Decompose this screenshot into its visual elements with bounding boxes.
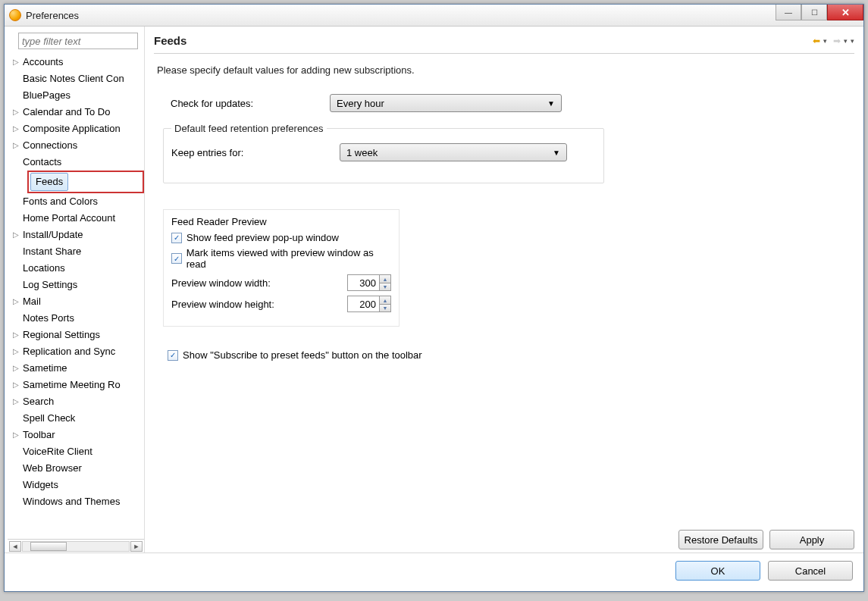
chevron-down-icon: ▼ (553, 149, 560, 157)
height-step-down[interactable]: ▼ (380, 304, 390, 311)
tree-item[interactable]: Contacts (11, 154, 144, 171)
preview-legend: Feed Reader Preview (171, 216, 391, 227)
nav-back-icon[interactable]: ⬅ (813, 36, 820, 46)
preview-width-label: Preview window width: (171, 277, 347, 289)
tree-item[interactable]: Fonts and Colors (11, 193, 144, 210)
tree-item[interactable]: Notes Ports (11, 310, 144, 327)
tree-item[interactable]: Instant Share (11, 243, 144, 260)
maximize-button[interactable]: ☐ (801, 5, 827, 20)
tree-item[interactable]: ▷Install/Update (11, 227, 144, 243)
preferences-window: Preferences — ☐ ✕ ▷AccountsBasic Notes C… (4, 4, 864, 592)
tree-item[interactable]: Feeds (30, 173, 68, 191)
cancel-button[interactable]: Cancel (768, 561, 853, 581)
expand-arrow-icon[interactable]: ▷ (11, 393, 21, 410)
tree-item-label: Search (21, 393, 54, 410)
scroll-right-button[interactable]: ► (130, 541, 143, 552)
mark-read-checkbox[interactable]: ✓ (171, 253, 182, 264)
preferences-tree[interactable]: ▷AccountsBasic Notes Client ConBluePages… (8, 54, 144, 536)
tree-item[interactable]: Windows and Themes (11, 493, 144, 510)
tree-item-label: Contacts (21, 154, 61, 171)
scroll-track[interactable] (22, 541, 130, 552)
tree-item[interactable]: ▷Connections (11, 137, 144, 154)
tree-item-label: Composite Application (21, 121, 121, 137)
tree-item[interactable]: Basic Notes Client Con (11, 70, 144, 87)
tree-item-label: Widgets (21, 477, 58, 493)
ok-button[interactable]: OK (675, 561, 760, 581)
expand-arrow-icon[interactable]: ▷ (11, 327, 21, 343)
tree-item-label: Fonts and Colors (21, 193, 98, 210)
preview-width-input[interactable] (347, 274, 379, 291)
nav-forward-icon[interactable]: ➡ (833, 36, 841, 46)
tree-item[interactable]: ▷Composite Application (11, 121, 144, 137)
tree-item[interactable]: Home Portal Account (11, 210, 144, 227)
show-subscribe-checkbox[interactable]: ✓ (168, 350, 178, 361)
expand-arrow-icon[interactable]: ▷ (11, 377, 21, 393)
width-step-down[interactable]: ▼ (380, 283, 390, 290)
tree-item[interactable]: ▷Sametime Meeting Ro (11, 377, 144, 393)
minimize-button[interactable]: — (776, 5, 801, 20)
tree-item-label: Install/Update (21, 227, 83, 243)
tree-item[interactable]: ▷Search (11, 393, 144, 410)
apply-button[interactable]: Apply (769, 530, 854, 549)
scroll-left-button[interactable]: ◄ (9, 541, 21, 552)
tree-item[interactable]: Spell Check (11, 410, 144, 427)
nav-menu-icon[interactable]: ▾ (851, 37, 854, 45)
tree-item[interactable]: ▷Accounts (11, 54, 144, 70)
scroll-thumb[interactable] (30, 542, 67, 551)
tree-item[interactable]: Widgets (11, 477, 144, 493)
tree-item-label: Notes Ports (21, 310, 74, 327)
show-popup-checkbox[interactable]: ✓ (171, 233, 182, 243)
height-step-up[interactable]: ▲ (380, 296, 390, 304)
tree-item-label: BluePages (21, 87, 71, 104)
tree-item[interactable]: Locations (11, 260, 144, 277)
mark-read-label: Mark items viewed with preview window as… (186, 247, 391, 270)
tree-item[interactable]: ▷Replication and Sync (11, 343, 144, 360)
tree-item-label: Locations (21, 260, 65, 277)
tree-item-label: Sametime (21, 360, 67, 377)
filter-input[interactable] (18, 33, 138, 49)
check-updates-label: Check for updates: (171, 98, 330, 109)
expand-arrow-icon[interactable]: ▷ (11, 293, 21, 310)
tree-item[interactable]: ▷Toolbar (11, 427, 144, 443)
expand-arrow-icon[interactable]: ▷ (11, 104, 21, 121)
tree-item[interactable]: VoiceRite Client (11, 443, 144, 460)
expand-arrow-icon[interactable]: ▷ (11, 360, 21, 377)
tree-item[interactable]: ▷Calendar and To Do (11, 104, 144, 121)
keep-entries-select[interactable]: 1 week ▼ (340, 143, 567, 161)
keep-entries-value: 1 week (346, 147, 378, 158)
tree-item[interactable]: Log Settings (11, 277, 144, 293)
main-panel: Feeds ⬅▾ ➡▾ ▾ Please specify default val… (145, 27, 863, 552)
tree-item-label: Spell Check (21, 410, 75, 427)
nav-back-menu-icon[interactable]: ▾ (823, 37, 827, 45)
tree-item[interactable]: ▷Sametime (11, 360, 144, 377)
width-step-up[interactable]: ▲ (380, 275, 390, 283)
expand-arrow-icon[interactable]: ▷ (11, 54, 21, 70)
chevron-down-icon: ▼ (547, 99, 555, 108)
preview-height-input[interactable] (347, 296, 379, 312)
restore-defaults-button[interactable]: Restore Defaults (678, 530, 763, 549)
expand-arrow-icon[interactable]: ▷ (11, 343, 21, 360)
tree-item-label: Regional Settings (21, 327, 100, 343)
nav-forward-menu-icon[interactable]: ▾ (844, 37, 848, 45)
expand-arrow-icon[interactable]: ▷ (11, 137, 21, 154)
page-description: Please specify default values for adding… (157, 64, 854, 76)
page-title: Feeds (154, 34, 813, 47)
expand-arrow-icon[interactable]: ▷ (11, 227, 21, 243)
tree-item[interactable]: BluePages (11, 87, 144, 104)
tree-item-label: Web Browser (21, 460, 82, 477)
show-popup-label: Show feed preview pop-up window (186, 232, 339, 243)
tree-item-label: Mail (21, 293, 41, 310)
tree-item-label: Connections (21, 137, 77, 154)
expand-arrow-icon[interactable]: ▷ (11, 121, 21, 137)
tree-item-label: Home Portal Account (21, 210, 115, 227)
horizontal-scrollbar[interactable]: ◄ ► (8, 539, 144, 552)
close-button[interactable]: ✕ (827, 5, 863, 20)
tree-item-label: Windows and Themes (21, 493, 120, 510)
check-updates-select[interactable]: Every hour ▼ (330, 94, 562, 112)
tree-item-label: Calendar and To Do (21, 104, 110, 121)
tree-item[interactable]: ▷Mail (11, 293, 144, 310)
expand-arrow-icon[interactable]: ▷ (11, 427, 21, 443)
tree-item-label: Basic Notes Client Con (21, 70, 124, 87)
tree-item[interactable]: Web Browser (11, 460, 144, 477)
tree-item[interactable]: ▷Regional Settings (11, 327, 144, 343)
